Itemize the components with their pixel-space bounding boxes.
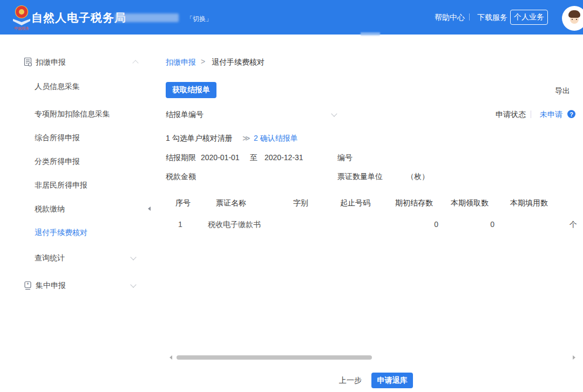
sidebar-item-special-deduction[interactable]: 专项附加扣除信息采集 bbox=[35, 109, 110, 119]
personal-business-button[interactable]: 个人业务 bbox=[510, 10, 548, 25]
settlement-number-label: 结报单编号 bbox=[166, 110, 204, 119]
sidebar-item-withholding-declare[interactable]: 扣缴申报 bbox=[36, 58, 66, 67]
ticket-unit-label: 票证数量单位 bbox=[337, 172, 383, 181]
top-header-bar: 中国税务 自然人电子税务局 「切换」 帮助中心 下载服务 个人业务 bbox=[0, 0, 583, 35]
masked-company-name bbox=[115, 13, 179, 22]
status-divider bbox=[531, 111, 531, 118]
chevron-down-icon[interactable] bbox=[130, 281, 136, 287]
cell-seq: 1 bbox=[178, 220, 182, 229]
settle-period-start: 2020-01-01 bbox=[201, 153, 240, 162]
scrollbar-right-arrow-icon[interactable] bbox=[573, 355, 575, 360]
settle-period-to: 至 bbox=[250, 153, 257, 162]
step-2-label[interactable]: 2 确认结报单 bbox=[254, 134, 298, 143]
withholding-declare-icon bbox=[24, 57, 32, 67]
app-window: 中国税务 自然人电子税务局 「切换」 帮助中心 下载服务 个人业务 扣缴申报 人… bbox=[0, 0, 583, 392]
svg-text:*: * bbox=[27, 282, 29, 288]
switch-company-link[interactable]: 「切换」 bbox=[186, 15, 212, 24]
avatar-eye bbox=[576, 19, 577, 20]
tax-amount-label: 税款金额 bbox=[166, 172, 196, 181]
settle-period-label: 结报期限 bbox=[166, 153, 196, 162]
sidebar-item-personnel-info[interactable]: 人员信息采集 bbox=[35, 82, 80, 91]
masked-smudge bbox=[361, 32, 380, 36]
tax-emblem-icon: 中国税务 bbox=[11, 5, 32, 31]
horizontal-scrollbar-thumb[interactable] bbox=[177, 355, 372, 360]
step-1-label: 1 勾选单户核对清册 bbox=[166, 134, 233, 143]
col-header-number-range: 起止号码 bbox=[340, 198, 370, 208]
settle-period-end: 2020-12-31 bbox=[265, 153, 303, 162]
chevron-down-icon[interactable] bbox=[130, 254, 136, 260]
breadcrumb-separator: > bbox=[201, 57, 205, 66]
cell-unit: 个 bbox=[570, 220, 577, 230]
centralized-declare-icon: * bbox=[24, 281, 32, 290]
sidebar-item-refund-fee-check[interactable]: 退付手续费核对 bbox=[35, 228, 87, 237]
sidebar-item-comprehensive-income[interactable]: 综合所得申报 bbox=[35, 133, 80, 142]
avatar-hair bbox=[568, 10, 580, 18]
emblem-caption: 中国税务 bbox=[14, 26, 29, 31]
col-header-used: 本期填用数 bbox=[510, 198, 548, 208]
sidebar-item-query-statistics[interactable]: 查询统计 bbox=[35, 253, 65, 263]
col-header-seq: 序号 bbox=[175, 198, 191, 208]
previous-step-button[interactable]: 上一步 bbox=[339, 376, 362, 386]
col-header-zibie: 字别 bbox=[293, 198, 308, 208]
breadcrumb-current: 退付手续费核对 bbox=[212, 58, 265, 67]
sidebar-item-nonresident-income[interactable]: 非居民所得申报 bbox=[35, 181, 87, 190]
apply-refund-button[interactable]: 申请退库 bbox=[371, 373, 413, 388]
help-center-link[interactable]: 帮助中心 bbox=[435, 13, 465, 23]
breadcrumb-parent[interactable]: 扣缴申报 bbox=[166, 58, 196, 67]
arrow-left-icon[interactable] bbox=[148, 207, 151, 211]
app-title: 自然人电子税务局 bbox=[31, 10, 126, 25]
header-nav-divider bbox=[469, 13, 470, 20]
col-header-ticket-name: 票证名称 bbox=[216, 198, 246, 208]
cell-begin-balance: 0 bbox=[411, 220, 438, 229]
fetch-settlement-button[interactable]: 获取结报单 bbox=[166, 82, 216, 98]
cell-received: 0 bbox=[467, 220, 494, 229]
sidebar-item-tax-payment[interactable]: 税款缴纳 bbox=[35, 204, 65, 214]
chevron-down-icon[interactable] bbox=[331, 111, 337, 116]
user-avatar[interactable] bbox=[562, 6, 583, 31]
sidebar-item-centralized-declare[interactable]: 集中申报 bbox=[36, 281, 66, 290]
ticket-unit-value: （枚） bbox=[406, 172, 429, 181]
col-header-received: 本期领取数 bbox=[451, 198, 489, 208]
sidebar-item-classified-income[interactable]: 分类所得申报 bbox=[35, 157, 80, 166]
doc-number-label: 编号 bbox=[337, 153, 352, 162]
apply-status-value: 未申请 bbox=[540, 110, 562, 119]
chevron-up-icon[interactable] bbox=[132, 60, 138, 66]
apply-status-label: 申请状态 bbox=[496, 110, 526, 119]
export-button[interactable]: 导出 bbox=[555, 86, 570, 95]
scrollbar-left-arrow-icon[interactable] bbox=[170, 355, 172, 360]
step-separator-icon: ≫ bbox=[242, 134, 250, 143]
avatar-eye bbox=[572, 19, 573, 20]
col-header-begin-balance: 期初结存数 bbox=[395, 198, 433, 208]
download-service-link[interactable]: 下载服务 bbox=[477, 13, 507, 23]
help-question-icon[interactable]: ? bbox=[567, 110, 575, 118]
cell-ticket-name: 税收电子缴款书 bbox=[208, 220, 261, 230]
